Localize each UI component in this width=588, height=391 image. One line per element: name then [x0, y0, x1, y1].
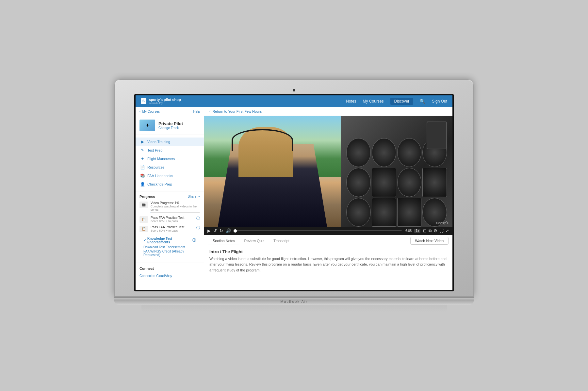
volume-button[interactable]: 🔊: [226, 228, 231, 233]
faa-test-item-1: 📋 Pass FAA Practice Test Score 80% + to …: [139, 216, 200, 223]
forward-button[interactable]: ↻: [220, 228, 223, 233]
breadcrumb: ‹ Return to Your First Few Hours: [204, 107, 452, 116]
tabs-list: Section Notes Review Quiz Transcript: [208, 237, 294, 245]
faa-test-sub-1: Score 80% + to pass: [151, 220, 194, 223]
nav-notes[interactable]: Notes: [346, 99, 356, 104]
faa-test-text-1: Pass FAA Practice Test Score 80% + to pa…: [151, 216, 194, 223]
cockpit-scene: [204, 116, 452, 227]
connect-section: Connect Connect to CloudAhoy: [136, 263, 204, 282]
sidebar-nav-label: Flight Maneuvers: [147, 157, 175, 161]
download-endorsement-link[interactable]: Download Test Endorsement: [143, 245, 196, 249]
sidebar-item-resources[interactable]: 📄 Resources: [136, 163, 204, 171]
content-title: Intro / The Flight: [209, 249, 447, 254]
sidebar-nav-label: Test Prep: [147, 148, 162, 152]
video-watermark: sporty's: [436, 221, 449, 224]
sidebar-item-test-prep[interactable]: ✎ Test Prep: [136, 146, 204, 155]
knowledge-info-icon[interactable]: ⓘ: [192, 238, 196, 243]
instrument-6: [372, 168, 396, 197]
flight-maneuvers-icon: ✈: [140, 156, 145, 161]
picture-in-picture-button[interactable]: ⧉: [429, 228, 432, 234]
tab-section-notes[interactable]: Section Notes: [208, 237, 239, 245]
video-progress-dot[interactable]: [234, 229, 237, 233]
sidebar-nav-label: Resources: [147, 165, 165, 169]
video-progress-sub: Complete watching all videos in the seri…: [151, 205, 200, 211]
logo-icon: S: [141, 98, 146, 104]
back-to-courses[interactable]: < My Courses: [139, 110, 160, 113]
gps-device: [427, 122, 447, 149]
expand-button[interactable]: ⤢: [446, 228, 449, 233]
tab-review-quiz[interactable]: Review Quiz: [239, 237, 269, 245]
help-link[interactable]: Help: [193, 110, 200, 113]
play-button[interactable]: ▶: [207, 228, 211, 233]
faa-test-icon-1: 📋: [139, 216, 148, 223]
sidebar-item-checkride-prep[interactable]: 👤 Checkride Prep: [136, 180, 204, 188]
video-progress-label: Video Progress: 1%: [151, 201, 200, 205]
faa-wings-link[interactable]: FAA WINGS Credit (Already Requested): [143, 250, 196, 257]
video-player[interactable]: sporty's: [204, 116, 452, 227]
change-track-link[interactable]: Change Track: [158, 126, 183, 130]
instrument-11: [397, 198, 422, 227]
info-icon-1[interactable]: ⓘ: [196, 216, 200, 221]
nav-links: Notes My Courses Discover 🔍 Sign Out: [346, 98, 447, 105]
progress-title: Progress: [139, 195, 155, 199]
app-logo: S sporty's pilot shop Learn to Fly: [141, 98, 181, 105]
sidebar-nav-label: Checkride Prep: [147, 182, 172, 186]
subtitles-button[interactable]: ⊡: [423, 228, 427, 233]
progress-header: Progress Share ↗: [139, 195, 200, 199]
instrument-3: [397, 138, 422, 167]
knowledge-section: ✓ Knowledge Test Endorsements ⓘ Download…: [139, 235, 200, 259]
sign-out-button[interactable]: Sign Out: [432, 99, 447, 104]
content-area: Intro / The Flight Watching a video is n…: [204, 245, 452, 277]
info-icon-2[interactable]: ⓘ: [196, 225, 200, 230]
breadcrumb-link[interactable]: Return to Your First Few Hours: [212, 109, 262, 113]
tab-transcript[interactable]: Transcript: [269, 237, 294, 245]
faa-test-icon-2: 📋: [139, 226, 148, 232]
macbook-base: MacBook Air: [114, 298, 474, 305]
instrument-5: [346, 168, 371, 197]
sidebar: < My Courses Help ✈ Private Pilot Change…: [136, 107, 204, 290]
cloudahoy-link[interactable]: Connect to CloudAhoy: [139, 274, 172, 278]
instrument-9: [346, 198, 371, 227]
faa-test-label-1: Pass FAA Practice Test: [151, 216, 194, 220]
instrument-8: [422, 168, 447, 197]
fullscreen-button[interactable]: ⛶: [439, 228, 444, 233]
instrument-7: [397, 168, 422, 197]
content-body: Watching a video is not a substitute for…: [209, 256, 447, 273]
checkmark-icon: ✓: [143, 238, 146, 242]
sidebar-item-faa-handbooks[interactable]: 📚 FAA Handbooks: [136, 171, 204, 180]
video-progress-track[interactable]: [234, 230, 402, 231]
logo-text: sporty's pilot shop Learn to Fly: [149, 98, 181, 105]
instrument-2: [372, 138, 396, 167]
nav-discover[interactable]: Discover: [390, 98, 414, 105]
sidebar-item-video-training[interactable]: ▶ Video Training: [136, 138, 204, 146]
macbook-label: MacBook Air: [280, 300, 308, 303]
test-prep-icon: ✎: [140, 148, 145, 153]
sidebar-nav-label: Video Training: [147, 140, 170, 144]
course-details: Private Pilot Change Track: [158, 121, 183, 130]
sidebar-top: < My Courses Help: [136, 107, 204, 116]
settings-button[interactable]: ⚙: [433, 228, 437, 233]
checkride-icon: 👤: [140, 182, 145, 187]
rewind-button[interactable]: ↺: [213, 228, 217, 233]
course-thumbnail: ✈: [139, 120, 155, 131]
speed-control[interactable]: 1x: [414, 229, 420, 233]
watch-next-video-button[interactable]: Watch Next Video: [410, 237, 449, 245]
screen-content: S sporty's pilot shop Learn to Fly Notes…: [136, 95, 452, 290]
screen-bezel: S sporty's pilot shop Learn to Fly Notes…: [134, 94, 454, 291]
progress-bar-fill: [151, 212, 151, 213]
top-nav: S sporty's pilot shop Learn to Fly Notes…: [136, 95, 452, 107]
connect-title: Connect: [139, 267, 200, 270]
macbook-hinge: [114, 296, 474, 298]
resources-icon: 📄: [140, 165, 145, 170]
progress-section: Progress Share ↗ 🎬 Video Progress: 1% Co…: [136, 191, 204, 263]
sidebar-nav-label: FAA Handbooks: [147, 174, 173, 178]
course-info: ✈ Private Pilot Change Track: [136, 116, 204, 135]
search-icon[interactable]: 🔍: [420, 99, 425, 104]
share-progress-link[interactable]: Share ↗: [188, 195, 200, 198]
sidebar-item-flight-maneuvers[interactable]: ✈ Flight Maneuvers: [136, 155, 204, 163]
course-name: Private Pilot: [158, 121, 183, 126]
instruments: [346, 138, 447, 227]
nav-my-courses[interactable]: My Courses: [363, 99, 384, 104]
instrument-panel-area: [341, 116, 452, 227]
camera: [293, 89, 295, 91]
